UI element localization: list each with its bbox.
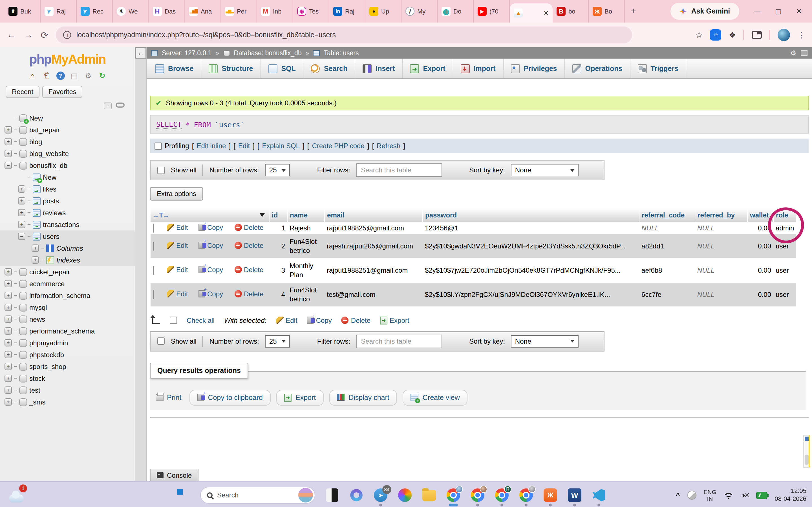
export-selected-link[interactable]: Export <box>380 316 409 324</box>
display-chart-button[interactable]: Display chart <box>329 390 397 405</box>
copy-selected-link[interactable]: Copy <box>307 316 332 324</box>
tree-item-database[interactable]: +mysql <box>0 301 135 313</box>
refresh-link[interactable]: Refresh <box>377 142 400 150</box>
tag-extension-icon[interactable]: ⌾ <box>710 29 721 41</box>
expand-icon[interactable]: + <box>4 339 12 346</box>
tree-item-database[interactable]: +blog_website <box>0 148 135 159</box>
expand-icon[interactable]: + <box>32 244 39 252</box>
extra-options-button[interactable]: Extra options <box>150 187 203 201</box>
loop-app-button[interactable] <box>349 488 364 503</box>
tab-sql[interactable]: SQL <box>261 59 303 78</box>
tree-item-table[interactable]: +reviews <box>0 207 135 219</box>
tree-item-database[interactable]: +sports_shop <box>0 360 135 372</box>
create-php-code-link[interactable]: Create PHP code <box>312 142 364 150</box>
tab-search[interactable]: Search <box>304 59 355 78</box>
tree-item-new-table[interactable]: New <box>0 171 135 183</box>
delete-link[interactable]: Delete <box>234 242 263 249</box>
telegram-button[interactable]: ➤84 <box>373 488 388 503</box>
expand-icon[interactable]: + <box>4 363 12 370</box>
browser-tab-active-phpmyadmin[interactable]: ✕ <box>510 3 553 22</box>
page-scrollbar[interactable] <box>803 435 810 467</box>
number-of-rows-select[interactable]: 25 <box>265 164 290 176</box>
battery-charging-icon[interactable] <box>756 492 767 499</box>
chrome-profile4-button[interactable] <box>519 488 534 503</box>
check-all-link[interactable]: Check all <box>187 316 214 324</box>
show-all-checkbox[interactable] <box>157 337 165 345</box>
expand-icon[interactable]: + <box>4 126 12 133</box>
tree-item-table-users-selected[interactable]: −users <box>0 230 135 242</box>
delete-selected-link[interactable]: Delete <box>342 316 370 324</box>
browser-tab[interactable]: Per <box>221 0 257 22</box>
tab-structure[interactable]: Structure <box>201 59 261 78</box>
tree-item-database[interactable]: +cricket_repair <box>0 266 135 278</box>
delete-link[interactable]: Delete <box>234 266 263 274</box>
word-button[interactable]: W <box>567 488 582 503</box>
expand-icon[interactable]: + <box>18 209 26 216</box>
side-panel-icon[interactable] <box>752 31 762 39</box>
expand-icon[interactable]: + <box>18 197 26 205</box>
tree-item-database[interactable]: +phpmyadmin <box>0 337 135 349</box>
tree-item-database[interactable]: +ecommerce <box>0 278 135 290</box>
expand-icon[interactable]: + <box>4 386 12 394</box>
expand-icon[interactable]: + <box>18 221 26 228</box>
copy-to-clipboard-button[interactable]: Copy to clipboard <box>189 390 271 405</box>
create-view-button[interactable]: Create view <box>403 390 468 405</box>
hidden-icons-chevron[interactable]: ^ <box>676 491 680 499</box>
edit-link[interactable]: Edit <box>167 223 188 231</box>
filter-rows-input[interactable] <box>356 163 442 177</box>
expand-icon[interactable]: + <box>4 398 12 406</box>
column-header-wallet[interactable]: wallet <box>748 209 773 222</box>
ask-gemini-button[interactable]: Ask Gemini <box>670 3 739 20</box>
edit-link[interactable]: Edit <box>167 266 188 274</box>
maximize-button[interactable]: ▢ <box>775 7 781 15</box>
vscode-button[interactable] <box>592 488 606 503</box>
row-checkbox[interactable] <box>153 290 154 299</box>
check-all-checkbox[interactable] <box>170 317 177 324</box>
browser-tab[interactable]: (70 <box>474 0 510 22</box>
link-with-main-icon[interactable] <box>116 103 124 108</box>
new-tab-button[interactable]: + <box>630 6 636 17</box>
row-checkbox[interactable] <box>153 242 154 251</box>
column-header-id[interactable]: id <box>269 209 287 222</box>
snip-app-button[interactable] <box>325 488 340 503</box>
tree-item-database[interactable]: +bat_repair <box>0 124 135 136</box>
expand-icon[interactable]: + <box>4 150 12 157</box>
tab-triggers[interactable]: Triggers <box>630 59 687 78</box>
options-triangle-icon[interactable] <box>259 213 265 217</box>
sort-by-key-select[interactable]: None <box>511 335 579 347</box>
tree-item-database[interactable]: +stock <box>0 372 135 384</box>
delete-link[interactable]: Delete <box>234 223 263 231</box>
recent-tab[interactable]: Recent <box>6 86 40 98</box>
edit-selected-link[interactable]: Edit <box>276 316 297 324</box>
tree-item-indexes[interactable]: +Indexes <box>0 254 135 266</box>
sidebar-scroll-strip[interactable]: ← <box>135 47 147 481</box>
start-button[interactable] <box>176 488 191 503</box>
browser-tab[interactable]: Buk <box>4 0 41 22</box>
sort-widget[interactable]: ←T→ <box>153 211 169 219</box>
browser-tab[interactable]: Up <box>365 0 402 22</box>
favorites-tab[interactable]: Favorites <box>42 86 83 98</box>
tab-browse[interactable]: Browse <box>148 59 201 78</box>
tab-privileges[interactable]: Privileges <box>503 59 565 78</box>
taskbar-search[interactable]: Search <box>200 487 315 504</box>
show-all-checkbox[interactable] <box>157 166 165 174</box>
tree-item-database[interactable]: +news <box>0 313 135 325</box>
logout-icon[interactable]: ⎗ <box>42 71 51 80</box>
edit-link[interactable]: Edit <box>167 242 188 249</box>
copilot-button[interactable] <box>398 488 412 503</box>
panel-toggle-icon[interactable] <box>801 50 808 56</box>
number-of-rows-select[interactable]: 25 <box>265 335 290 347</box>
expand-icon[interactable]: + <box>4 351 12 358</box>
column-header-email[interactable]: email <box>324 209 423 222</box>
reload-button[interactable]: ⟳ <box>41 30 48 40</box>
refresh-icon[interactable]: ↻ <box>98 71 107 80</box>
site-info-icon[interactable]: i <box>63 31 71 39</box>
clock[interactable]: 12:0508-04-2026 <box>774 488 806 503</box>
extensions-puzzle-icon[interactable]: ❖ <box>729 31 736 40</box>
collapse-all-icon[interactable]: − <box>104 103 112 109</box>
chrome-profile2-button[interactable] <box>470 488 485 503</box>
print-link[interactable]: Print <box>156 393 181 401</box>
settings-gear-icon[interactable]: ⚙ <box>84 71 93 80</box>
volume-muted-icon[interactable]: 🕩✕ <box>741 492 749 499</box>
tray-status-icon[interactable] <box>687 491 696 500</box>
